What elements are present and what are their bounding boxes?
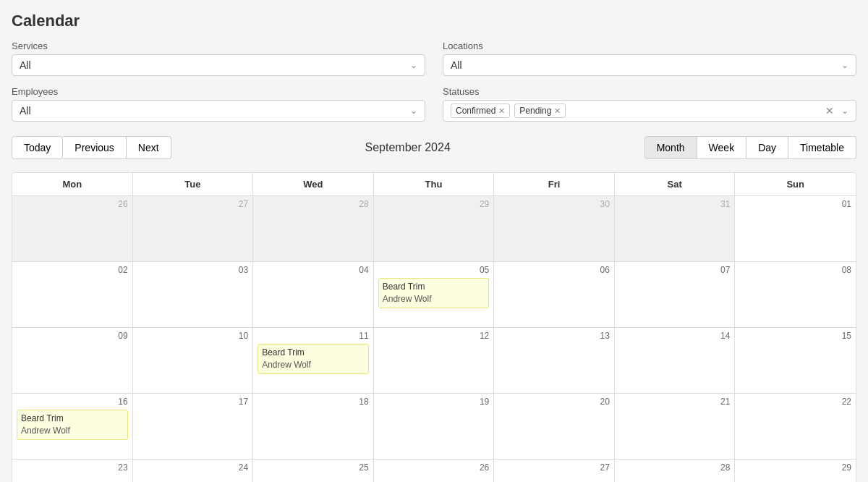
day-number: 23 bbox=[17, 462, 128, 473]
cal-cell-w1-d5[interactable]: 07 bbox=[615, 262, 736, 327]
cal-cell-w4-d6[interactable]: 29 bbox=[735, 460, 856, 482]
status-confirmed-label: Confirmed bbox=[456, 106, 495, 116]
page-title: Calendar bbox=[12, 12, 856, 30]
cal-cell-w3-d4[interactable]: 20 bbox=[494, 394, 615, 459]
employees-value: All bbox=[20, 105, 410, 117]
statuses-chevron-icon: ⌄ bbox=[841, 106, 848, 116]
cal-cell-w2-d1[interactable]: 10 bbox=[133, 328, 254, 393]
header-sat: Sat bbox=[615, 173, 736, 195]
day-number: 05 bbox=[378, 265, 490, 275]
cal-cell-w3-d5[interactable]: 21 bbox=[615, 394, 736, 459]
day-number: 06 bbox=[498, 265, 610, 275]
cal-cell-w0-d2[interactable]: 28 bbox=[253, 196, 374, 261]
cal-cell-w0-d3[interactable]: 29 bbox=[374, 196, 495, 261]
cal-cell-w3-d1[interactable]: 17 bbox=[133, 394, 254, 459]
view-day-button[interactable]: Day bbox=[746, 136, 788, 159]
day-number: 27 bbox=[498, 462, 610, 473]
event-person: Andrew Wolf bbox=[21, 425, 124, 437]
previous-button[interactable]: Previous bbox=[63, 136, 126, 159]
view-timetable-button[interactable]: Timetable bbox=[788, 136, 856, 159]
day-number: 13 bbox=[498, 331, 610, 341]
cal-cell-w1-d6[interactable]: 08 bbox=[735, 262, 856, 327]
remove-pending-button[interactable]: ✕ bbox=[554, 106, 561, 116]
calendar-event[interactable]: Beard TrimAndrew Wolf bbox=[17, 410, 128, 440]
locations-filter-group: Locations All ⌄ bbox=[443, 41, 856, 76]
day-number: 08 bbox=[739, 265, 851, 275]
day-number: 16 bbox=[17, 397, 128, 407]
page: Calendar Services All ⌄ Locations All ⌄ … bbox=[0, 0, 868, 482]
day-number: 02 bbox=[17, 265, 128, 275]
filters-row2: Employees All ⌄ Statuses Confirmed ✕ Pen… bbox=[12, 86, 856, 122]
locations-select[interactable]: All ⌄ bbox=[443, 54, 856, 76]
employees-select[interactable]: All ⌄ bbox=[12, 100, 425, 122]
employees-chevron-icon: ⌄ bbox=[410, 106, 417, 116]
calendar-event[interactable]: Beard TrimAndrew Wolf bbox=[258, 344, 369, 374]
day-number: 29 bbox=[739, 462, 851, 473]
event-title: Beard Trim bbox=[383, 281, 485, 293]
remove-confirmed-button[interactable]: ✕ bbox=[498, 106, 505, 116]
cal-cell-w2-d6[interactable]: 15 bbox=[735, 328, 856, 393]
cal-cell-w4-d4[interactable]: 27 bbox=[494, 460, 615, 482]
cal-cell-w4-d3[interactable]: 26 bbox=[374, 460, 495, 482]
employees-label: Employees bbox=[12, 86, 425, 97]
cal-cell-w1-d0[interactable]: 02 bbox=[12, 262, 133, 327]
event-title: Beard Trim bbox=[262, 347, 365, 359]
view-buttons: Month Week Day Timetable bbox=[644, 136, 856, 159]
calendar-header: Mon Tue Wed Thu Fri Sat Sun bbox=[12, 173, 856, 196]
cal-cell-w4-d2[interactable]: 25 bbox=[253, 460, 374, 482]
header-fri: Fri bbox=[494, 173, 615, 195]
day-number: 30 bbox=[498, 199, 610, 209]
calendar-nav: Today Previous Next September 2024 Month… bbox=[12, 130, 856, 165]
day-number: 28 bbox=[619, 462, 731, 473]
cal-cell-w3-d3[interactable]: 19 bbox=[374, 394, 495, 459]
services-select[interactable]: All ⌄ bbox=[12, 54, 425, 76]
cal-week-4: 23242526272829 bbox=[12, 460, 856, 482]
cal-cell-w0-d1[interactable]: 27 bbox=[133, 196, 254, 261]
cal-week-1: 02030405Beard TrimAndrew Wolf060708 bbox=[12, 262, 856, 328]
day-number: 25 bbox=[258, 462, 369, 473]
cal-week-2: 091011Beard TrimAndrew Wolf12131415 bbox=[12, 328, 856, 394]
cal-cell-w1-d1[interactable]: 03 bbox=[133, 262, 254, 327]
cal-cell-w0-d0[interactable]: 26 bbox=[12, 196, 133, 261]
day-number: 07 bbox=[619, 265, 731, 275]
cal-cell-w2-d3[interactable]: 12 bbox=[374, 328, 495, 393]
cal-cell-w2-d2[interactable]: 11Beard TrimAndrew Wolf bbox=[253, 328, 374, 393]
services-value: All bbox=[20, 59, 410, 71]
cal-cell-w3-d6[interactable]: 22 bbox=[735, 394, 856, 459]
statuses-select[interactable]: Confirmed ✕ Pending ✕ ✕ ⌄ bbox=[443, 100, 856, 122]
day-number: 03 bbox=[137, 265, 249, 275]
cal-cell-w4-d1[interactable]: 24 bbox=[133, 460, 254, 482]
locations-chevron-icon: ⌄ bbox=[841, 60, 848, 70]
view-week-button[interactable]: Week bbox=[697, 136, 747, 159]
day-number: 14 bbox=[619, 331, 731, 341]
clear-statuses-button[interactable]: ✕ bbox=[825, 105, 834, 117]
cal-cell-w2-d4[interactable]: 13 bbox=[494, 328, 615, 393]
day-number: 27 bbox=[137, 199, 249, 209]
header-sun: Sun bbox=[735, 173, 856, 195]
today-button[interactable]: Today bbox=[12, 136, 63, 159]
day-number: 01 bbox=[739, 199, 851, 209]
cal-cell-w0-d5[interactable]: 31 bbox=[615, 196, 736, 261]
cal-cell-w4-d0[interactable]: 23 bbox=[12, 460, 133, 482]
cal-cell-w2-d0[interactable]: 09 bbox=[12, 328, 133, 393]
view-month-button[interactable]: Month bbox=[644, 136, 697, 159]
cal-cell-w1-d4[interactable]: 06 bbox=[494, 262, 615, 327]
statuses-filter-group: Statuses Confirmed ✕ Pending ✕ ✕ ⌄ bbox=[443, 86, 856, 122]
cal-cell-w1-d2[interactable]: 04 bbox=[253, 262, 374, 327]
cal-cell-w3-d2[interactable]: 18 bbox=[253, 394, 374, 459]
cal-cell-w3-d0[interactable]: 16Beard TrimAndrew Wolf bbox=[12, 394, 133, 459]
cal-cell-w0-d4[interactable]: 30 bbox=[494, 196, 615, 261]
next-button[interactable]: Next bbox=[127, 136, 171, 159]
calendar-event[interactable]: Beard TrimAndrew Wolf bbox=[378, 278, 490, 308]
locations-value: All bbox=[451, 59, 841, 71]
cal-cell-w2-d5[interactable]: 14 bbox=[615, 328, 736, 393]
event-title: Beard Trim bbox=[21, 413, 124, 425]
day-number: 26 bbox=[17, 199, 128, 209]
cal-cell-w4-d5[interactable]: 28 bbox=[615, 460, 736, 482]
day-number: 29 bbox=[378, 199, 490, 209]
day-number: 31 bbox=[619, 199, 731, 209]
cal-cell-w1-d3[interactable]: 05Beard TrimAndrew Wolf bbox=[374, 262, 495, 327]
cal-cell-w0-d6[interactable]: 01 bbox=[735, 196, 856, 261]
header-tue: Tue bbox=[133, 173, 254, 195]
day-number: 28 bbox=[258, 199, 369, 209]
